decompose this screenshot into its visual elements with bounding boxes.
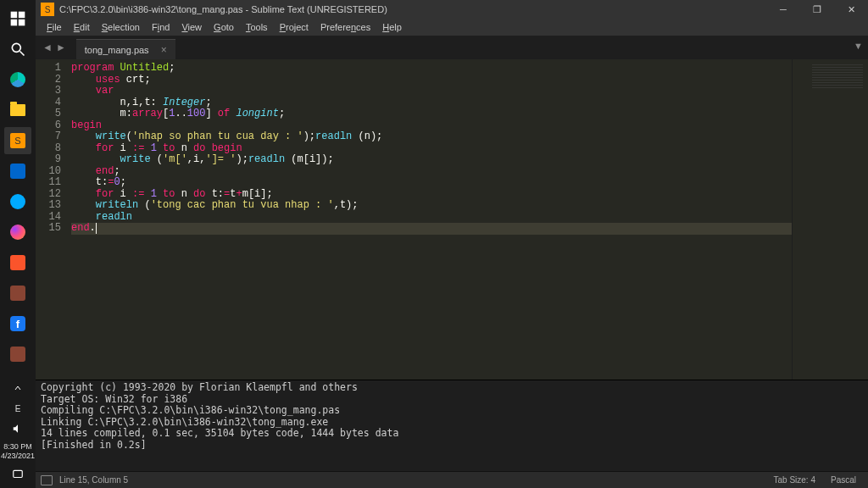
svg-line-5 (20, 52, 25, 56)
menu-find[interactable]: Find (146, 22, 175, 32)
tab-tong-mang[interactable]: tong_mang.pas × (76, 39, 175, 59)
menu-help[interactable]: Help (376, 22, 408, 32)
clock-date: 4/23/2021 (1, 452, 35, 461)
svg-rect-1 (19, 12, 25, 19)
brave-browser-icon[interactable] (4, 249, 31, 276)
statusbar: Line 15, Column 5 Tab Size: 4 Pascal (36, 471, 868, 488)
minimap[interactable] (792, 59, 868, 380)
search-icon[interactable] (4, 36, 31, 63)
console-line: 14 lines compiled, 0.1 sec, 35104 bytes … (41, 428, 863, 440)
gutter: 123456789101112131415 (36, 59, 68, 380)
menu-goto[interactable]: Goto (208, 22, 240, 32)
windows-taskbar: S f E 8:30 PM 4/23/2021 (0, 0, 36, 488)
minimize-button[interactable]: ─ (766, 0, 800, 19)
app-icon-2[interactable] (4, 188, 31, 215)
code-area[interactable]: program Untitled; uses crt; var n,i,t: I… (68, 59, 792, 380)
svg-rect-6 (14, 470, 23, 477)
notifications-icon[interactable] (8, 466, 28, 483)
menubar: File Edit Selection Find View Goto Tools… (36, 19, 868, 36)
console-line: Target OS: Win32 for i386 (41, 394, 863, 406)
tab-close-icon[interactable]: × (161, 44, 167, 56)
build-output-panel[interactable]: Copyright (c) 1993-2020 by Florian Klaem… (36, 380, 868, 471)
edge-browser-icon[interactable] (4, 66, 31, 93)
tab-label: tong_mang.pas (85, 45, 149, 55)
sublime-text-icon[interactable]: S (4, 127, 31, 154)
app-icon: S (41, 3, 54, 16)
tabbar: ◄ ► tong_mang.pas × ▼ (36, 36, 868, 59)
panel-switcher-icon[interactable] (41, 475, 53, 485)
menu-preferences[interactable]: Preferences (314, 22, 376, 32)
svg-rect-2 (11, 19, 18, 26)
console-line: Copyright (c) 1993-2020 by Florian Klaem… (41, 382, 863, 394)
messenger-icon[interactable] (4, 219, 31, 246)
clock-time: 8:30 PM (1, 442, 35, 452)
maximize-button[interactable]: ❐ (800, 0, 834, 19)
console-line: Compiling C:\FPC\3.2.0\bin\i386-win32\to… (41, 405, 863, 417)
menu-tools[interactable]: Tools (240, 22, 274, 32)
tab-overflow-icon[interactable]: ▼ (854, 41, 863, 51)
app-icon-1[interactable] (4, 158, 31, 185)
minimap-preview (812, 64, 863, 90)
sublime-window: S C:\FPC\3.2.0\bin\i386-win32\tong_mang.… (36, 0, 868, 488)
file-explorer-icon[interactable] (4, 97, 31, 124)
console-line: Linking C:\FPC\3.2.0\bin\i386-win32\tong… (41, 417, 863, 429)
titlebar[interactable]: S C:\FPC\3.2.0\bin\i386-win32\tong_mang.… (36, 0, 868, 19)
status-tab-size[interactable]: Tab Size: 4 (774, 475, 815, 485)
status-position[interactable]: Line 15, Column 5 (59, 475, 128, 485)
menu-file[interactable]: File (41, 22, 68, 32)
close-button[interactable]: ✕ (834, 0, 868, 19)
app-icon-3[interactable] (4, 280, 31, 307)
svg-rect-3 (19, 19, 25, 26)
console-line: [Finished in 0.2s] (41, 440, 863, 452)
svg-point-4 (12, 43, 20, 52)
menu-project[interactable]: Project (274, 22, 314, 32)
start-button[interactable] (4, 5, 31, 32)
taskbar-clock[interactable]: 8:30 PM 4/23/2021 (1, 442, 35, 461)
menu-view[interactable]: View (175, 22, 208, 32)
menu-selection[interactable]: Selection (96, 22, 146, 32)
app-icon-4[interactable] (4, 341, 31, 368)
facebook-icon[interactable]: f (4, 310, 31, 337)
editor[interactable]: 123456789101112131415 program Untitled; … (36, 59, 868, 380)
language-indicator[interactable]: E (8, 400, 28, 417)
menu-edit[interactable]: Edit (68, 22, 96, 32)
tab-history-back-icon[interactable]: ◄ (42, 42, 53, 53)
status-syntax[interactable]: Pascal (831, 475, 856, 485)
svg-rect-0 (11, 12, 18, 19)
window-title: C:\FPC\3.2.0\bin\i386-win32\tong_mang.pa… (59, 4, 766, 14)
volume-icon[interactable] (8, 420, 28, 437)
text-cursor (96, 223, 97, 234)
show-hidden-icons[interactable] (8, 380, 28, 396)
tab-history-forward-icon[interactable]: ► (56, 42, 66, 53)
